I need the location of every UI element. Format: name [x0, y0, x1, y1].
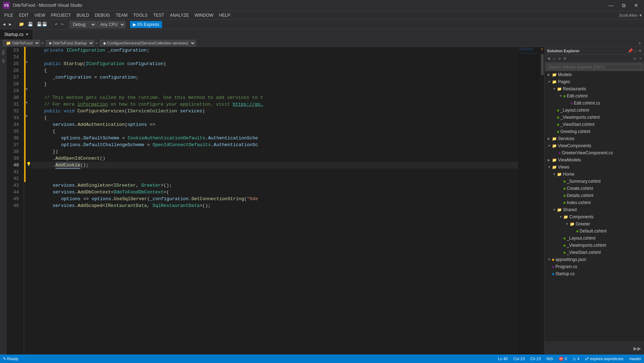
status-branch[interactable]: ☍ explore-aspnetcore — [585, 357, 623, 361]
expand-icon-appsettings[interactable]: ▼ — [548, 258, 552, 261]
code-line-35[interactable]: { — [31, 128, 518, 135]
platform-dropdown[interactable]: Any CPU — [97, 21, 125, 28]
tree-item-viewstart[interactable]: ■ _ViewStart.cshtml — [545, 121, 644, 128]
breadcrumb-file-dropdown[interactable]: ■ OdeToFood.Startup — [46, 40, 94, 46]
expand-icon-pages[interactable]: ▼ — [548, 80, 552, 84]
status-repo[interactable]: master — [629, 357, 641, 361]
menu-test[interactable]: TEST — [150, 12, 167, 18]
fold-icon-30[interactable]: ▼ — [26, 87, 28, 91]
tree-item-startup-cs[interactable]: ■ Startup.cs — [545, 270, 644, 277]
menu-file[interactable]: FILE — [1, 12, 16, 18]
undo-button[interactable]: ↶ — [53, 21, 59, 28]
add-member-icon[interactable]: + — [638, 40, 641, 46]
code-line-26[interactable]: { — [31, 67, 518, 74]
redo-button[interactable]: ↷ — [60, 21, 65, 28]
se-float-button[interactable]: □ — [634, 48, 637, 53]
status-col[interactable]: Col 23 — [513, 357, 525, 361]
menu-tools[interactable]: TOOLS — [130, 12, 150, 18]
menu-analyze[interactable]: ANALYZE — [167, 12, 192, 18]
tab-startup-cs[interactable]: Startup.cs ✕ — [0, 30, 33, 39]
expand-icon-views[interactable]: ▼ — [548, 165, 552, 169]
code-line-28[interactable]: } — [31, 81, 518, 87]
open-button[interactable]: 📁 — [17, 21, 26, 28]
expand-icon-shared[interactable]: ▼ — [553, 208, 557, 212]
menu-view[interactable]: VIEW — [32, 12, 48, 18]
code-line-34[interactable]: services . AddAuthentication ( options =… — [31, 121, 518, 128]
status-ch[interactable]: Ch 23 — [530, 357, 541, 361]
code-line-37[interactable]: options . DefaultChallengeScheme = OpenI… — [31, 142, 518, 148]
se-search-input[interactable] — [547, 64, 642, 70]
code-line-44[interactable]: services . AddDbContext < OdeToFoodDbCon… — [31, 189, 518, 196]
tree-item-restaurants[interactable]: ▼ 📁 Restaurants — [545, 85, 644, 92]
code-line-45[interactable]: options => options . UseSqlServer ( _con… — [31, 196, 518, 202]
menu-help[interactable]: HELP — [216, 12, 233, 18]
tree-item-index[interactable]: ■ Index.cshtml — [545, 199, 644, 206]
code-content[interactable]: private IConfiguration _configuration ; … — [31, 47, 518, 354]
tree-item-pages[interactable]: ▼ 📁 Pages — [545, 78, 644, 85]
se-settings-button[interactable]: ⚙ — [563, 55, 567, 62]
expand-icon-vc[interactable]: ▼ — [548, 144, 552, 148]
code-line-30[interactable]: // This method gets called by the runtim… — [31, 94, 518, 101]
tree-item-appsettings[interactable]: ▼ ■ appsettings.json — [545, 256, 644, 263]
expand-icon-components[interactable]: ▼ — [559, 215, 563, 219]
code-line-38[interactable]: }) — [31, 148, 518, 155]
tree-item-services[interactable]: ▶ 📁 Services — [545, 135, 644, 142]
fold-icon-32[interactable]: ▼ — [26, 101, 28, 105]
tree-item-summary[interactable]: ■ _Summary.cshtml — [545, 178, 644, 185]
expand-icon-restaurants[interactable]: ▼ — [553, 87, 557, 91]
tree-item-models[interactable]: ▶ 📁 Models — [545, 71, 644, 78]
expand-icon-vm[interactable]: ▶ — [548, 158, 552, 162]
run-button[interactable]: ▶ IIS Express — [130, 21, 162, 28]
se-sync-button[interactable]: ↻ — [557, 55, 562, 62]
expand-icon-services[interactable]: ▶ — [548, 137, 552, 140]
expand-icon-greeter[interactable]: ▼ — [565, 222, 570, 226]
code-line-41[interactable] — [31, 169, 518, 175]
nav-back-button[interactable]: ◀ — [1, 21, 7, 28]
tree-item-viewstart-views[interactable]: ■ _ViewStart.cshtml — [545, 249, 644, 256]
fold-icon-34[interactable]: ▼ — [26, 114, 28, 118]
config-dropdown[interactable]: Debug Release — [70, 21, 96, 28]
code-line-42[interactable] — [31, 175, 518, 182]
code-line-32[interactable]: public void ConfigureServices ( IService… — [31, 108, 518, 114]
tree-item-create[interactable]: ■ Create.cshtml — [545, 185, 644, 192]
breadcrumb-project-dropdown[interactable]: 📁 OdeToFood — [3, 40, 40, 46]
tree-item-edit-cshtml[interactable]: ▼ ■ Edit.cshtml — [545, 92, 644, 100]
tree-item-layout-views[interactable]: ■ _Layout.cshtml — [545, 235, 644, 242]
tree-item-edit-cshtml-cs[interactable]: ■ Edit.cshtml.cs — [545, 100, 644, 107]
menu-project[interactable]: PROJECT — [48, 12, 74, 18]
tree-item-layout-cshtml[interactable]: ■ _Layout.cshtml — [545, 107, 644, 114]
save-all-button[interactable]: 💾💾 — [35, 21, 49, 28]
expand-icon-edit-cshtml[interactable]: ▼ — [559, 94, 563, 98]
status-warnings[interactable]: ⚠ 4 — [573, 357, 579, 361]
tree-item-components[interactable]: ▼ 📁 Components — [545, 213, 644, 220]
code-line-23[interactable]: private IConfiguration _configuration ; — [31, 47, 518, 54]
se-close-button[interactable]: ✕ — [638, 48, 642, 53]
tree-item-viewcomponents[interactable]: ▼ 📁 ViewComponents — [545, 142, 644, 149]
se-tree[interactable]: ▶ 📁 Models ▼ 📁 Pages ▼ 📁 Restaurants ▼ ■… — [545, 71, 644, 342]
scroll-thumb[interactable] — [541, 54, 544, 75]
tree-item-viewimports-views[interactable]: ■ _ViewImports.cshtml — [545, 242, 644, 249]
tree-item-default-cshtml[interactable]: ■ Default.cshtml — [545, 228, 644, 235]
tree-item-details[interactable]: ■ Details.cshtml — [545, 192, 644, 199]
menu-team[interactable]: TEAM — [113, 12, 130, 18]
object-browser-icon[interactable]: OB — [1, 58, 6, 64]
menu-build[interactable]: BUILD — [74, 12, 92, 18]
nav-forward-button[interactable]: ▶ — [7, 21, 13, 28]
window-controls[interactable]: — ⧉ ✕ — [606, 2, 641, 9]
lightbulb-icon[interactable]: 💡 — [26, 162, 31, 166]
se-collapse-button[interactable]: ↝ — [638, 55, 643, 62]
code-line-43[interactable]: services . AddSingleton < IGreeter , Gre… — [31, 182, 518, 189]
code-line-24[interactable] — [31, 54, 518, 60]
tree-item-greeter-folder[interactable]: ▼ 📁 Greeter — [545, 220, 644, 228]
breadcrumb-method-dropdown[interactable]: ◆ ConfigureServices(IServiceCollection s… — [100, 40, 196, 46]
editor-scrollbar[interactable] — [540, 47, 544, 354]
se-pin-button[interactable]: 📌 — [628, 48, 633, 53]
code-line-29[interactable] — [31, 87, 518, 94]
code-line-39[interactable]: . AddOpenIdConnect () — [31, 155, 518, 162]
restore-button[interactable]: ⧉ — [619, 2, 628, 9]
code-line-33[interactable]: { — [31, 114, 518, 121]
fold-icon-25[interactable]: ▼ — [26, 60, 28, 64]
menu-edit[interactable]: EDIT — [16, 12, 31, 18]
tab-close-icon[interactable]: ✕ — [26, 32, 28, 36]
menu-debug[interactable]: DEBUG — [92, 12, 113, 18]
